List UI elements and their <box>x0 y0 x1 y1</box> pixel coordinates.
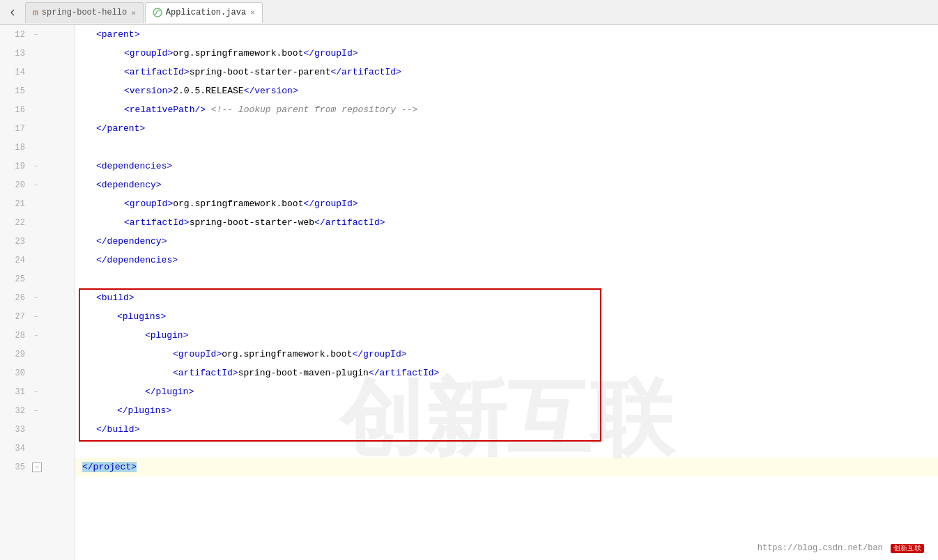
line-number-33: 33 <box>0 425 31 435</box>
gutter-row-25: 25 <box>0 270 75 288</box>
fold-marker-35[interactable]: – <box>32 462 42 472</box>
code-area[interactable]: 创新互联 <parent> <groupId>org.springframewo… <box>75 25 938 560</box>
code-line-33[interactable]: </build> <box>75 420 938 439</box>
tab-spring-boot-hello[interactable]: m spring-boot-hello ✕ <box>25 2 144 23</box>
gutter-row-27: 27 – <box>0 307 75 326</box>
line-number-30: 30 <box>0 368 31 378</box>
code-line-20[interactable]: <dependency> <box>75 176 938 194</box>
tab-application-java[interactable]: Application.java ✕ <box>145 2 263 23</box>
fold-icon-32[interactable]: – <box>31 407 42 414</box>
csdn-badge: 创新互联 <box>891 544 924 553</box>
gutter-row-32: 32 – <box>0 401 75 420</box>
line-number-35: 35 <box>0 462 31 472</box>
line-number-25: 25 <box>0 274 31 284</box>
line-number-24: 24 <box>0 256 31 265</box>
line-number-32: 32 <box>0 406 31 416</box>
code-line-29[interactable]: <groupId>org.springframework.boot</group… <box>75 345 938 364</box>
code-line-19[interactable]: <dependencies> <box>75 157 938 176</box>
spring-icon <box>153 8 162 17</box>
gutter-row-33: 33 <box>0 420 75 439</box>
editor-container: 12 – 13 14 15 16 17 18 <box>0 25 938 560</box>
gutter-row-29: 29 <box>0 345 75 364</box>
gutter-row-14: 14 <box>0 63 75 81</box>
fold-icon-19[interactable]: – <box>31 162 42 170</box>
line-number-14: 14 <box>0 68 31 77</box>
line-number-23: 23 <box>0 237 31 247</box>
fold-icon-26[interactable]: – <box>31 294 42 302</box>
line-number-15: 15 <box>0 86 31 96</box>
svg-point-2 <box>153 8 162 17</box>
code-line-34[interactable] <box>75 439 938 458</box>
line-number-17: 17 <box>0 124 31 134</box>
code-line-26[interactable]: <build> <box>75 288 938 307</box>
url-text: https://blog.csdn.net/ban <box>758 543 883 553</box>
gutter-row-17: 17 <box>0 119 75 138</box>
gutter-row-23: 23 <box>0 232 75 251</box>
maven-icon: m <box>33 8 38 18</box>
gutter-row-15: 15 <box>0 81 75 100</box>
code-line-15[interactable]: <version>2.0.5.RELEASE</version> <box>75 81 938 100</box>
gutter-row-35: 35 – <box>0 458 75 476</box>
gutter-row-16: 16 <box>0 100 75 119</box>
tab-label-application-java: Application.java <box>166 8 246 17</box>
fold-icon-20[interactable]: – <box>31 181 42 189</box>
line-number-12: 12 <box>0 30 31 40</box>
line-number-26: 26 <box>0 293 31 303</box>
tab-label-spring-boot-hello: spring-boot-hello <box>42 8 127 17</box>
gutter-row-31: 31 – <box>0 382 75 401</box>
gutter-row-21: 21 <box>0 194 75 213</box>
code-line-24[interactable]: </dependencies> <box>75 251 938 270</box>
gutter-row-19: 19 – <box>0 157 75 176</box>
gutter-row-20: 20 – <box>0 176 75 194</box>
code-line-17[interactable]: </parent> <box>75 119 938 138</box>
gutter-row-12: 12 – <box>0 25 75 44</box>
code-line-14[interactable]: <artifactId>spring-boot-starter-parent</… <box>75 63 938 81</box>
code-line-25[interactable] <box>75 270 938 288</box>
code-line-23[interactable]: </dependency> <box>75 232 938 251</box>
code-line-35[interactable]: </project> <box>75 458 938 476</box>
code-line-21[interactable]: <groupId>org.springframework.boot</group… <box>75 194 938 213</box>
code-line-12[interactable]: <parent> <box>75 25 938 44</box>
gutter-row-28: 28 – <box>0 326 75 345</box>
gutter-row-24: 24 <box>0 251 75 270</box>
code-line-31[interactable]: </plugin> <box>75 382 938 401</box>
line-number-31: 31 <box>0 387 31 397</box>
line-number-29: 29 <box>0 350 31 359</box>
code-line-22[interactable]: <artifactId>spring-boot-starter-web</art… <box>75 213 938 232</box>
line-number-20: 20 <box>0 180 31 190</box>
code-lines: <parent> <groupId>org.springframework.bo… <box>75 25 938 476</box>
tab-bar: m spring-boot-hello ✕ Application.java ✕ <box>0 0 938 25</box>
line-number-28: 28 <box>0 331 31 341</box>
line-number-27: 27 <box>0 312 31 322</box>
code-line-16[interactable]: <relativePath/> <!-- lookup parent from … <box>75 100 938 119</box>
code-line-32[interactable]: </plugins> <box>75 401 938 420</box>
gutter-row-22: 22 <box>0 213 75 232</box>
fold-icon-12[interactable]: – <box>31 31 42 38</box>
back-button[interactable] <box>3 3 22 22</box>
line-number-13: 13 <box>0 49 31 59</box>
code-line-18[interactable] <box>75 138 938 157</box>
line-number-34: 34 <box>0 444 31 453</box>
gutter-row-26: 26 – <box>0 288 75 307</box>
svg-line-1 <box>11 13 14 15</box>
fold-icon-27[interactable]: – <box>31 313 42 320</box>
line-number-18: 18 <box>0 143 31 153</box>
gutter-row-34: 34 <box>0 439 75 458</box>
fold-icon-31[interactable]: – <box>31 388 42 396</box>
fold-icon-28[interactable]: – <box>31 332 42 339</box>
line-number-19: 19 <box>0 162 31 171</box>
gutter-row-13: 13 <box>0 44 75 63</box>
code-line-27[interactable]: <plugins> <box>75 307 938 326</box>
gutter-row-18: 18 <box>0 138 75 157</box>
tab-close-spring-boot-hello[interactable]: ✕ <box>131 8 136 17</box>
bottom-url: https://blog.csdn.net/ban 创新互联 <box>758 543 924 553</box>
svg-line-0 <box>11 10 14 13</box>
code-line-13[interactable]: <groupId>org.springframework.boot</group… <box>75 44 938 63</box>
code-line-30[interactable]: <artifactId>spring-boot-maven-plugin</ar… <box>75 364 938 382</box>
line-number-16: 16 <box>0 105 31 115</box>
line-number-21: 21 <box>0 199 31 209</box>
code-line-28[interactable]: <plugin> <box>75 326 938 345</box>
gutter: 12 – 13 14 15 16 17 18 <box>0 25 75 560</box>
tab-close-application-java[interactable]: ✕ <box>250 8 255 17</box>
gutter-row-30: 30 <box>0 364 75 382</box>
